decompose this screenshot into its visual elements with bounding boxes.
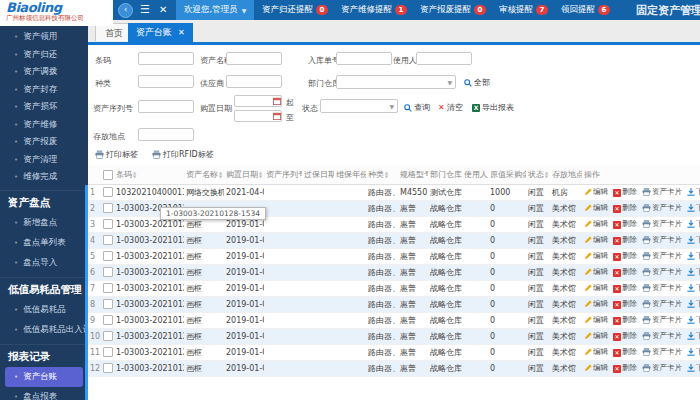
print-rfid-button[interactable]: 打印RFID标签 — [152, 149, 214, 160]
row-checkbox[interactable] — [103, 363, 113, 373]
sidebar-item[interactable]: •资产维修 — [0, 116, 88, 134]
delete-button[interactable]: ✕删除 — [613, 283, 637, 293]
select-all-checkbox[interactable] — [103, 170, 113, 180]
row-checkbox[interactable] — [103, 235, 113, 245]
sidebar-item[interactable]: •新增盘点 — [0, 213, 88, 233]
sort-icon[interactable]: ▲▼ — [133, 171, 136, 179]
status-select[interactable]: ▼ — [320, 99, 398, 113]
row-checkbox[interactable] — [103, 267, 113, 277]
sidebar-item[interactable]: •盘点单列表 — [0, 233, 88, 253]
supplier-input[interactable] — [226, 75, 282, 88]
row-checkbox[interactable] — [103, 299, 113, 309]
asset-card-button[interactable]: 资产卡片 — [642, 299, 682, 309]
asset-card-button[interactable]: 资产卡片 — [642, 347, 682, 357]
asset-card-button[interactable]: 资产卡片 — [642, 219, 682, 229]
download-button[interactable]: 下载 — [687, 203, 700, 213]
row-checkbox[interactable] — [103, 203, 113, 213]
delete-button[interactable]: ✕删除 — [613, 331, 637, 341]
sidebar-item[interactable]: •资产损坏 — [0, 99, 88, 117]
hamburger-menu-icon[interactable]: ☰ — [140, 3, 150, 17]
date-from-input[interactable] — [234, 95, 282, 107]
header-2[interactable]: 资产名称▲▼ — [184, 166, 224, 184]
header-14[interactable]: 操作 — [582, 166, 700, 184]
header-7[interactable]: 种类▲▼ — [366, 166, 398, 184]
topbar-reminder-5[interactable]: 领回提醒6 — [561, 4, 610, 16]
asset-name-input[interactable] — [226, 52, 282, 65]
edit-button[interactable]: 编辑 — [584, 363, 608, 373]
serial-input[interactable] — [138, 100, 194, 113]
delete-button[interactable]: ✕删除 — [613, 251, 637, 261]
search-all-button[interactable]: 全部 — [464, 77, 490, 88]
sort-icon[interactable]: ▲▼ — [545, 171, 548, 179]
tab-close-icon[interactable]: ✕ — [178, 29, 185, 37]
row-checkbox[interactable] — [103, 315, 113, 325]
asset-card-button[interactable]: 资产卡片 — [642, 267, 682, 277]
sidebar-item[interactable]: •盘点报表 — [0, 387, 88, 400]
sidebar-item[interactable]: •资产归还 — [0, 46, 88, 64]
edit-button[interactable]: 编辑 — [584, 203, 608, 213]
sidebar-item[interactable]: •维修完成 — [0, 169, 88, 187]
sort-icon[interactable]: ▲▼ — [219, 171, 222, 179]
delete-button[interactable]: ✕删除 — [613, 203, 637, 213]
query-button[interactable]: 查询 — [404, 102, 430, 113]
topbar-reminder-3[interactable]: 资产报废提醒0 — [420, 4, 486, 16]
header-5[interactable]: 过保日期▲▼ — [302, 166, 334, 184]
delete-button[interactable]: ✕删除 — [613, 299, 637, 309]
edit-button[interactable]: 编辑 — [584, 347, 608, 357]
barcode-input[interactable] — [138, 52, 194, 65]
clear-button[interactable]: ✕ 清空 — [438, 102, 463, 113]
row-checkbox[interactable] — [103, 347, 113, 357]
download-button[interactable]: 下载 — [687, 235, 700, 245]
download-button[interactable]: 下载 — [687, 187, 700, 197]
delete-button[interactable]: ✕删除 — [613, 187, 637, 197]
row-checkbox[interactable] — [103, 251, 113, 261]
delete-button[interactable]: ✕删除 — [613, 363, 637, 373]
download-button[interactable]: 下载 — [687, 315, 700, 325]
date-to-input[interactable] — [234, 110, 282, 122]
topbar-reminder-2[interactable]: 资产维修提醒1 — [341, 4, 407, 16]
sidebar-item[interactable]: •盘点导入 — [0, 253, 88, 273]
header-3[interactable]: 购置日期▲▼ — [224, 166, 264, 184]
delete-button[interactable]: ✕删除 — [613, 267, 637, 277]
asset-card-button[interactable]: 资产卡片 — [642, 187, 682, 197]
edit-button[interactable]: 编辑 — [584, 299, 608, 309]
row-checkbox[interactable] — [103, 219, 113, 229]
sort-icon[interactable]: ▲▼ — [385, 171, 388, 179]
sidebar-item[interactable]: •资产领用 — [0, 29, 88, 47]
export-report-button[interactable]: X 导出报表 — [472, 102, 514, 113]
topbar-reminder-4[interactable]: 审核提醒7 — [499, 4, 548, 16]
close-icon[interactable]: ✕ — [159, 3, 167, 17]
delete-button[interactable]: ✕删除 — [613, 219, 637, 229]
asset-card-button[interactable]: 资产卡片 — [642, 235, 682, 245]
header-1[interactable]: 条码▲▼ — [114, 166, 184, 184]
sidebar-item[interactable]: •资产封存 — [0, 81, 88, 99]
asset-card-button[interactable]: 资产卡片 — [642, 315, 682, 325]
row-checkbox[interactable] — [103, 331, 113, 341]
sidebar-item[interactable]: •资产报废 — [0, 134, 88, 152]
print-label-button[interactable]: 打印标签 — [95, 149, 138, 160]
download-button[interactable]: 下载 — [687, 267, 700, 277]
download-button[interactable]: 下载 — [687, 219, 700, 229]
row-checkbox[interactable] — [103, 283, 113, 293]
header-11[interactable]: 原值采购金额▲▼ — [488, 166, 526, 184]
tab-asset-ledger[interactable]: 资产台账 ✕ — [128, 23, 193, 42]
download-button[interactable]: 下载 — [687, 251, 700, 261]
download-button[interactable]: 下载 — [687, 363, 700, 373]
delete-button[interactable]: ✕删除 — [613, 315, 637, 325]
edit-button[interactable]: 编辑 — [584, 187, 608, 197]
header-12[interactable]: 状态▲▼ — [526, 166, 550, 184]
sidebar-item-selected[interactable]: •资产台账 — [5, 367, 83, 387]
header-10[interactable]: 使用人▲▼ — [462, 166, 488, 184]
edit-button[interactable]: 编辑 — [584, 331, 608, 341]
edit-button[interactable]: 编辑 — [584, 235, 608, 245]
header-13[interactable]: 存放地点▲▼ — [550, 166, 582, 184]
header-4[interactable]: 资产序列号 — [264, 166, 302, 184]
row-checkbox[interactable] — [103, 187, 113, 197]
header-9[interactable]: 部门仓库▲▼ — [428, 166, 462, 184]
user-input[interactable] — [416, 52, 472, 65]
asset-card-button[interactable]: 资产卡片 — [642, 251, 682, 261]
location-input[interactable] — [138, 128, 194, 141]
edit-button[interactable]: 编辑 — [584, 251, 608, 261]
inbound-no-input[interactable] — [336, 52, 392, 65]
download-button[interactable]: 下载 — [687, 331, 700, 341]
